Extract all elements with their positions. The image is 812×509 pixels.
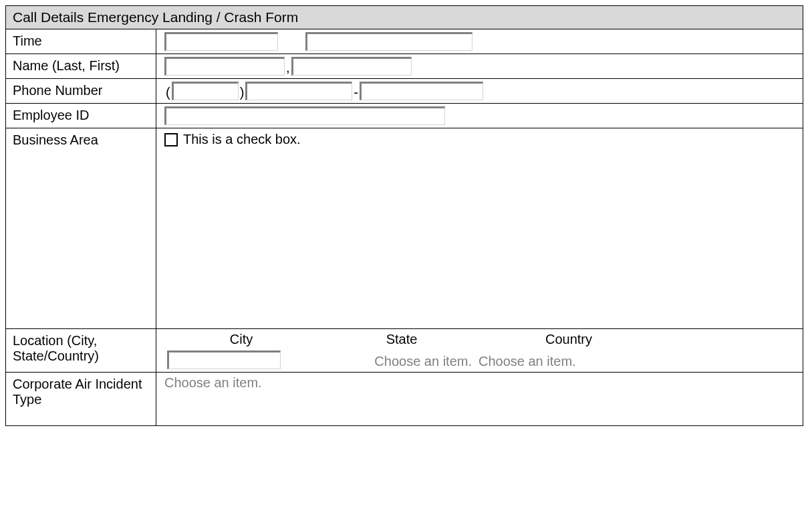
time-input-1[interactable]: [164, 32, 278, 51]
city-header: City: [164, 332, 318, 347]
business-area-checkbox-label: This is a check box.: [183, 132, 301, 146]
country-header: Country: [485, 332, 652, 347]
employee-id-value-cell: [156, 104, 803, 128]
name-separator: ,: [285, 60, 291, 76]
time-input-2[interactable]: [305, 32, 472, 51]
business-area-label: Business Area: [6, 128, 156, 329]
business-area-checkbox[interactable]: [164, 133, 178, 146]
location-value-cell: City State Country Choose an item. Choos…: [156, 329, 803, 373]
last-name-input[interactable]: [164, 57, 285, 76]
location-label: Location (City, State/Country): [6, 329, 156, 373]
phone-label: Phone Number: [6, 79, 156, 104]
incident-type-select[interactable]: Choose an item.: [164, 375, 262, 390]
time-label: Time: [6, 29, 156, 54]
phone-line-input[interactable]: [360, 82, 483, 100]
employee-id-label: Employee ID: [6, 104, 156, 128]
location-headers: City State Country: [164, 332, 795, 350]
call-details-form: Call Details Emergency Landing / Crash F…: [5, 5, 803, 426]
location-values: Choose an item. Choose an item.: [164, 350, 795, 369]
phone-dash: -: [352, 85, 360, 100]
phone-paren-open: (: [164, 85, 172, 100]
business-area-value-cell: This is a check box.: [156, 128, 803, 329]
phone-area-input[interactable]: [172, 82, 239, 100]
country-select[interactable]: Choose an item.: [479, 354, 576, 369]
phone-value-cell: ()-: [156, 79, 803, 104]
first-name-input[interactable]: [291, 57, 412, 76]
state-select[interactable]: Choose an item.: [374, 354, 472, 369]
employee-id-input[interactable]: [164, 106, 445, 125]
phone-paren-close: ): [239, 85, 246, 100]
time-value-cell: [156, 29, 803, 54]
city-input[interactable]: [167, 350, 281, 369]
incident-type-label: Corporate Air Incident Type: [6, 373, 156, 426]
phone-prefix-input[interactable]: [245, 82, 352, 100]
name-value-cell: ,: [156, 54, 803, 79]
name-label: Name (Last, First): [6, 54, 156, 79]
form-title: Call Details Emergency Landing / Crash F…: [6, 6, 803, 29]
incident-type-value-cell: Choose an item.: [156, 373, 803, 426]
state-header: State: [318, 332, 485, 347]
